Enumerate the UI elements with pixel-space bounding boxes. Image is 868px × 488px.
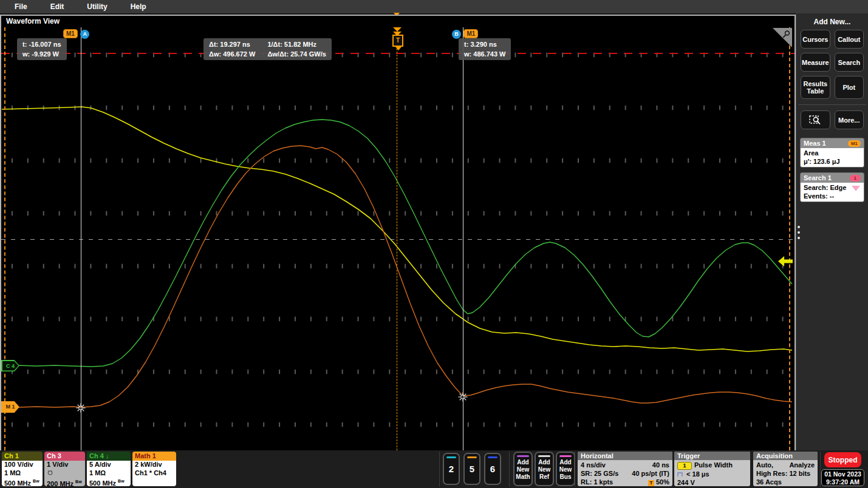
search1-events: Events: --	[804, 192, 861, 200]
channel-6-button[interactable]: 6	[484, 453, 501, 485]
add-results-table-button[interactable]: Results Table	[801, 76, 830, 99]
cursor-b-badges[interactable]: B M1	[452, 27, 478, 39]
ch4-impedance: 1 MΩ	[89, 469, 128, 478]
cursor-b-value: w: 486.743 W	[464, 49, 505, 59]
more-button[interactable]: More...	[835, 110, 864, 129]
zoom-select-button[interactable]	[801, 110, 830, 129]
cursor-b-line[interactable]	[463, 27, 463, 450]
pulse-width-icon	[677, 471, 685, 477]
horizontal-panel[interactable]: Horizontal 4 ns/div40 ns SR: 25 GS/s40 p…	[578, 452, 672, 486]
left-expansion-dashed-line	[4, 27, 5, 450]
bottom-bar-divider	[575, 452, 575, 487]
trigger-level: 244 V	[677, 478, 747, 486]
math1-badge[interactable]: Math 1 2 kW/div Ch1 * Ch4	[132, 452, 176, 486]
ch4-handle-label: C 4	[2, 361, 19, 371]
menu-utility[interactable]: Utility	[87, 2, 107, 11]
menu-help[interactable]: Help	[131, 2, 146, 11]
bus-color-stripe	[559, 455, 572, 457]
zoom-select-icon	[808, 115, 822, 126]
trigger-position-icon: T	[648, 480, 654, 486]
ch3-scale: 1 V/div	[47, 461, 83, 469]
ch4-title: Ch 4	[89, 452, 104, 459]
add-measure-button[interactable]: Measure	[801, 53, 830, 72]
channel-5-button[interactable]: 5	[463, 453, 480, 485]
trigger-position-line	[397, 46, 397, 450]
sidebar-divider	[798, 104, 866, 105]
add-new-heading: Add New...	[796, 13, 868, 30]
trigger-chevron-icon	[393, 27, 402, 32]
trigger-position-percent: 50%	[656, 478, 669, 486]
channel-2-button[interactable]: 2	[443, 453, 460, 485]
horizontal-window: 40 ns	[652, 461, 669, 469]
channel-6-color-stripe	[488, 456, 497, 458]
delta-w: Δw: 496.672 W	[209, 49, 255, 59]
cursor-b-time: t: 3.290 ns	[464, 39, 505, 49]
add-cursors-button[interactable]: Cursors	[801, 30, 830, 49]
cursor-a-readout: t: -16.007 ns w: -9.929 W	[17, 38, 67, 60]
right-sidebar: Add New... Cursors Callout Measure Searc…	[796, 13, 868, 450]
ch3-title: Ch 3	[44, 452, 85, 461]
ch4-scale: 5 A/div	[89, 461, 128, 469]
menu-bar: File Edit Utility Help	[0, 0, 868, 13]
add-new-math-button[interactable]: AddNewMath	[513, 452, 533, 486]
inverse-delta-t: 1/Δt: 51.82 MHz	[267, 39, 326, 49]
acquisition-analyze: Analyze	[789, 461, 815, 469]
cursor-a-line[interactable]	[81, 27, 81, 450]
meas1-title: Meas 1	[804, 138, 826, 148]
bw-limit-icon: Bw	[33, 479, 39, 483]
math1-scale: 2 kW/div	[135, 461, 174, 469]
ch1-impedance: 1 MΩ	[4, 469, 40, 478]
horizontal-scale: 4 ns/div	[581, 461, 606, 469]
waveform-plot-area[interactable]: T M1 A B M1 t: -16.007 ns w: -9.929 W Δt…	[1, 27, 795, 450]
meas1-value: μ': 123.6 μJ	[804, 157, 861, 166]
ch3-bandwidth: 200 MHz	[47, 480, 73, 486]
date-time-display: 01 Nov 2023 9:37:20 AM	[821, 469, 864, 486]
bottom-bar-divider	[509, 452, 510, 487]
ch4-bandwidth: 500 MHz	[89, 480, 116, 486]
run-stop-button[interactable]: Stopped	[824, 452, 861, 467]
menu-edit[interactable]: Edit	[50, 2, 64, 11]
acquisition-panel[interactable]: Acquisition Auto,Analyze High Res: 12 bi…	[753, 452, 818, 486]
cursor-a-value: w: -9.929 W	[22, 49, 61, 59]
meas1-results-card[interactable]: Meas 1 M1 Area μ': 123.6 μJ	[800, 138, 864, 168]
acquisition-mode: Auto,	[756, 461, 773, 469]
waveform-view: Waveform View T M1 A B M1 t: -16.007 ns …	[0, 15, 796, 450]
add-new-ref-button[interactable]: AddNewRef	[535, 452, 554, 486]
horizontal-title: Horizontal	[578, 452, 672, 460]
panel-drag-handle[interactable]	[798, 226, 800, 239]
date: 01 Nov 2023	[822, 470, 864, 478]
search1-badge: 1	[850, 175, 861, 181]
magnifier-icon	[782, 30, 791, 39]
menu-file[interactable]: File	[15, 2, 27, 11]
math1-title: Math 1	[132, 452, 176, 461]
bottom-settings-bar: Ch 1 100 V/div 1 MΩ 500 MHz Bw Ch 3 1 V/…	[0, 450, 868, 488]
meas1-source-badge: M1	[848, 140, 861, 147]
trigger-panel[interactable]: Trigger 1Pulse Width < 18 μs 244 V	[674, 452, 750, 486]
delta-t: Δt: 19.297 ns	[209, 39, 255, 49]
ch1-scale: 100 V/div	[4, 461, 40, 469]
add-new-bus-button[interactable]: AddNewBus	[556, 452, 575, 486]
ref-color-stripe	[538, 455, 550, 457]
math-color-stripe	[517, 455, 529, 457]
search1-results-card[interactable]: Search 1 1 Search: Edge Events: --	[800, 172, 864, 202]
add-plot-button[interactable]: Plot	[835, 76, 864, 99]
ch3-badge[interactable]: Ch 3 1 V/div 200 MHz Bw	[44, 452, 85, 486]
resolution: 40 ps/pt (IT)	[632, 469, 669, 478]
acquisition-resolution: High Res: 12 bits	[756, 469, 815, 478]
math1-handle-label: M 1	[5, 404, 15, 410]
ch1-bandwidth: 500 MHz	[4, 480, 31, 486]
channel-5-color-stripe	[467, 456, 477, 458]
acquisition-count: 36 Acqs	[756, 478, 815, 486]
ch4-badge[interactable]: Ch 4 ↓ 5 A/div 1 MΩ 500 MHz Bw	[87, 452, 131, 486]
add-search-button[interactable]: Search	[835, 53, 864, 72]
channel-2-color-stripe	[446, 456, 456, 458]
cursor-b-badge: B	[452, 30, 461, 39]
bw-limit-icon: Bw	[118, 479, 125, 483]
search-mark-icon	[852, 186, 860, 191]
trigger-t-flag[interactable]: T	[392, 35, 403, 47]
delta-w-over-t: Δw/Δt: 25.74 GW/s	[267, 49, 326, 59]
cursor-a-badges[interactable]: M1 A	[63, 27, 89, 39]
add-callout-button[interactable]: Callout	[835, 30, 864, 49]
cursor-b-source-badge: M1	[463, 29, 478, 38]
ch1-badge[interactable]: Ch 1 100 V/div 1 MΩ 500 MHz Bw	[2, 452, 43, 486]
